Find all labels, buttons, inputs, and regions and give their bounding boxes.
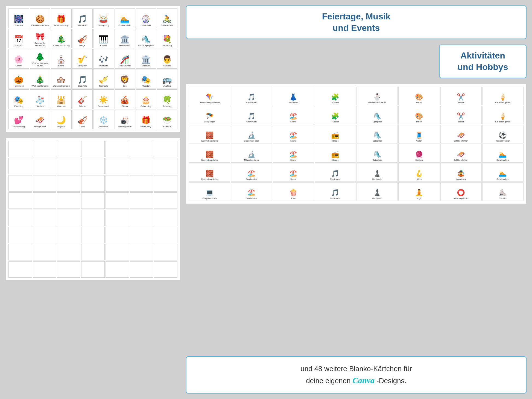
card-cell: 🎂 Geburtstag bbox=[136, 89, 156, 109]
activity-icon: ♟️ bbox=[373, 170, 381, 178]
card-cell: 💕 Valentinstag bbox=[8, 110, 29, 129]
blank-card-cell bbox=[154, 244, 177, 260]
card-label: Neujahr bbox=[15, 44, 23, 47]
activity-icon: 🏖️ bbox=[289, 112, 297, 120]
card-label: Weihnachtsbaum kaufen bbox=[31, 62, 50, 67]
blank-card-cell bbox=[154, 141, 177, 157]
activity-cell: ⛄ Schneemann bauen bbox=[356, 87, 398, 105]
card-cell: 🏊 Erlebnis-Bad bbox=[115, 8, 135, 28]
card-cell: 🎄 Weihnachtsmarkt bbox=[30, 69, 51, 89]
card-icon: 🍀 bbox=[162, 95, 172, 105]
activity-icon: 🤹 bbox=[457, 170, 465, 178]
activity-icon: ⭕ bbox=[457, 189, 465, 197]
left-section: 🎆 Silvester 🍪 Plätzchen backen 🎁 Weihnac… bbox=[5, 5, 180, 394]
activity-cell: 🧱 Klemm-bau-steine bbox=[189, 125, 230, 143]
activity-label: Eislaufen bbox=[499, 197, 507, 200]
activity-cell: 🪝 Häkeln bbox=[398, 163, 440, 182]
activity-label: Programmieren bbox=[203, 197, 217, 200]
card-icon: 🏊 bbox=[120, 14, 130, 24]
activity-icon: 📻 bbox=[331, 131, 339, 139]
card-icon: 🎄 bbox=[56, 35, 66, 44]
card-icon: 🏘️ bbox=[56, 75, 66, 84]
blank-card-cell bbox=[8, 141, 32, 157]
blank-cards-panel bbox=[5, 138, 180, 281]
activity-label: Hörspiel bbox=[332, 159, 339, 161]
card-icon: 🕌 bbox=[56, 95, 66, 105]
activity-label: Musizieren bbox=[330, 197, 340, 200]
card-cell: 🎄 2. Weihnachtstag bbox=[51, 29, 72, 48]
card-icon: 🎷 bbox=[78, 55, 87, 64]
blank-card-cell bbox=[33, 158, 56, 174]
blank-card-cell bbox=[57, 227, 80, 243]
blank-card-cell bbox=[130, 210, 153, 226]
blank-card-cell bbox=[57, 244, 80, 260]
card-icon: ☀️ bbox=[99, 95, 108, 105]
card-cell: 🎁 Weihnachtstag bbox=[51, 8, 72, 28]
activity-icon: 🏖️ bbox=[247, 170, 256, 178]
card-cell: 🦁 Zoo bbox=[115, 69, 135, 89]
activity-cell: 💻 Programmieren bbox=[189, 182, 230, 201]
blank-card-cell bbox=[8, 227, 32, 243]
card-cell: 🧦 Nikolaus bbox=[30, 89, 51, 109]
activity-label: Schwimmkurs bbox=[496, 159, 509, 161]
card-cell: 🎻 Geige bbox=[72, 29, 93, 48]
bottom-box: und 48 weitere Blanko-Kärtchen für deine… bbox=[186, 356, 527, 394]
blank-card-cell bbox=[154, 261, 177, 278]
activity-cell: 👗 Verkleiden bbox=[273, 87, 314, 105]
card-cell: ❄️ Winterzeit bbox=[93, 110, 114, 129]
card-label: Circus bbox=[122, 105, 128, 108]
activity-icon: 🧶 bbox=[415, 151, 423, 159]
blank-card-cell bbox=[130, 244, 153, 260]
card-label: Muttertag bbox=[162, 44, 172, 47]
activity-cell: 🛝 Spielplatz bbox=[356, 125, 398, 143]
card-cell: 🏛️ Restaurant bbox=[115, 29, 135, 48]
card-icon: 🎪 bbox=[120, 95, 130, 105]
blank-card-cell bbox=[81, 244, 105, 260]
activity-icon: ✂️ bbox=[457, 93, 465, 101]
activity-cell: 🧶 Stricken bbox=[398, 144, 440, 163]
blank-card-cell bbox=[57, 141, 80, 157]
activity-icon: 🍦 bbox=[499, 93, 507, 101]
canva-brand: Canva bbox=[353, 376, 375, 385]
blank-card-cell bbox=[106, 210, 129, 226]
card-icon: 🌲 bbox=[35, 52, 45, 61]
activity-icon: 🛝 bbox=[373, 131, 381, 139]
blank-card-cell bbox=[57, 158, 80, 174]
activity-label: Verkleiden bbox=[289, 101, 298, 104]
activity-label: Puzzeln bbox=[332, 121, 339, 123]
card-cell: 🌙 Bayram bbox=[51, 110, 72, 129]
activity-cell: 🏖️ Strand bbox=[273, 163, 314, 182]
activity-label: Strand bbox=[290, 178, 296, 180]
card-grid: 🎆 Silvester 🍪 Plätzchen backen 🎁 Weihnac… bbox=[8, 8, 177, 129]
activity-cell: 🔬 Experiment-ieren bbox=[231, 125, 272, 143]
activity-label: Schneemann bauen bbox=[368, 101, 386, 104]
card-cell: ⛪ Kirche bbox=[51, 49, 72, 69]
activity-label: Malen bbox=[416, 121, 422, 123]
activity-label: Spielplatz bbox=[373, 140, 382, 142]
title-1: Feiertage, Musik und Events bbox=[193, 11, 519, 34]
card-icon: 🦁 bbox=[120, 75, 130, 84]
blank-card-cell bbox=[130, 261, 153, 278]
card-icon: 🥗 bbox=[162, 116, 172, 125]
card-cell: 🎳 Bowling-Bahn bbox=[115, 110, 135, 129]
activity-cell: 🛷 Schlitten fahren bbox=[440, 125, 482, 143]
activity-icon: 🎵 bbox=[331, 170, 339, 178]
activity-cell: 🏖️ Sandkasten bbox=[231, 163, 272, 182]
card-label: Moschee bbox=[57, 105, 66, 108]
card-icon: 🎹 bbox=[99, 35, 108, 44]
activity-label: Klemm-bau-steine bbox=[201, 159, 218, 161]
title-box-2: Aktivitäten und Hobbys bbox=[439, 45, 527, 78]
blank-card-cell bbox=[81, 261, 105, 278]
activity-icon: ⚽ bbox=[499, 131, 507, 139]
card-cell: 🌲 Weihnachtsbaum kaufen bbox=[30, 49, 51, 69]
blank-card-cell bbox=[154, 210, 177, 226]
activity-cell: 📻 Hörspiel bbox=[315, 144, 356, 163]
blank-card-cell bbox=[154, 192, 177, 209]
activity-cell: 🍿 Kino bbox=[273, 182, 314, 201]
activity-label: Mikroskop-ieren bbox=[244, 159, 259, 161]
card-label: Querflöte bbox=[99, 64, 108, 67]
activity-label: Klemm-bau-steine bbox=[201, 178, 218, 180]
card-label: Weihnachtsmarkt bbox=[53, 85, 70, 87]
blank-card-cell bbox=[57, 261, 80, 278]
activity-icon: 🏊 bbox=[499, 170, 507, 178]
